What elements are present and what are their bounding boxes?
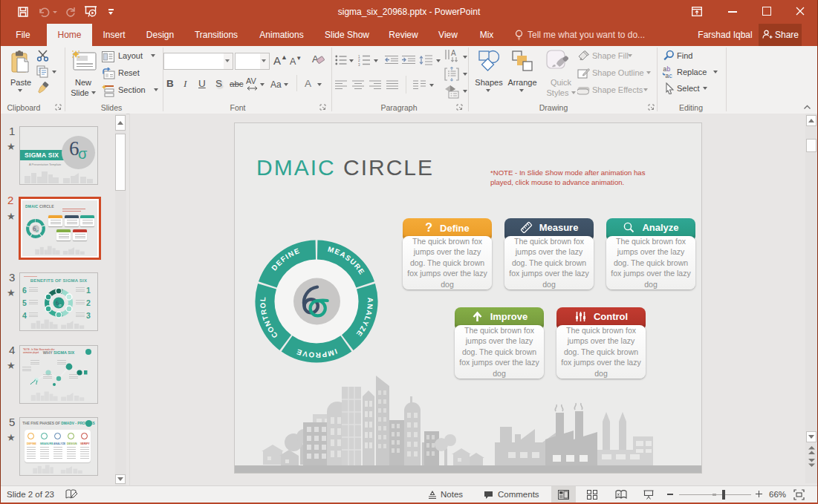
svg-text:AV: AV [246,76,257,85]
svg-text:2: 2 [358,59,360,62]
svg-text:A: A [451,49,456,57]
svg-text:σ: σ [59,303,62,307]
svg-text:σ: σ [36,229,39,233]
svg-text:3: 3 [358,63,360,67]
svg-text:1: 1 [358,55,360,59]
svg-text:c: c [669,72,673,79]
